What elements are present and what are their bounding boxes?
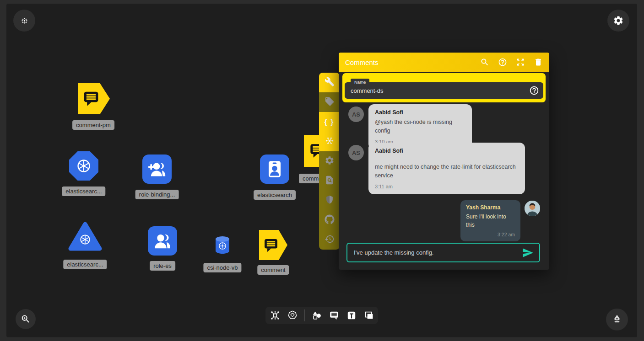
node-elasticsearch-deployment[interactable] [68,221,103,251]
hub-icon [325,136,335,148]
name-input[interactable] [345,82,543,99]
message-time: 3:22 am [466,232,515,237]
message-author: Yash Sharma [466,204,515,211]
node-label[interactable]: role-es [150,261,175,271]
name-field: Name [345,82,543,99]
node-label[interactable]: elasticsearch [254,190,296,200]
person-add-icon [147,159,167,179]
service-account-badge-icon [264,159,285,180]
history-icon [325,234,335,246]
panel-icon[interactable] [363,310,374,321]
security-tool[interactable] [319,191,340,210]
kubernetes-icon[interactable] [287,310,298,321]
history-tool[interactable] [319,230,340,250]
node-label[interactable]: comment-pm [72,120,114,130]
delete-icon[interactable] [534,58,543,67]
node-role-binding[interactable] [142,155,172,184]
avatar-photo [525,201,540,216]
wrench-icon [325,77,335,89]
doc-search-icon [325,175,335,187]
zoom-in-icon [21,314,31,324]
node-action-toolbar: { } [319,73,340,250]
comments-panel-header[interactable]: Comments [339,53,549,72]
comment-bubble-icon [262,236,280,254]
braces-icon: { } [325,118,335,126]
shape-palette-toolbar [265,307,378,324]
message-text: @yash the csi-node is missing config [375,118,465,135]
message-time: 3:11 am [375,184,519,189]
person-group-icon [152,231,173,251]
message-author: Aabid Sofi [375,148,519,154]
flake-icon [21,17,28,25]
app-window: comment-pm elasticsearc... role-binding.… [0,0,644,341]
pen-tool-button[interactable] [606,309,628,330]
tags-icon [325,96,335,108]
toolbar-divider [304,309,305,321]
node-elasticsearch-serviceaccount[interactable] [260,155,289,184]
search-icon[interactable] [480,58,489,67]
help-icon[interactable] [498,58,507,67]
message-text: me might need to change the rate-limit f… [375,163,519,180]
node-role-es[interactable] [148,226,177,256]
avatar: AS [348,107,364,122]
node-label[interactable]: elasticsearc... [63,260,107,269]
node-label[interactable]: comment [257,265,289,275]
node-csi-node-vb[interactable] [215,236,230,254]
chat-input[interactable] [347,249,522,256]
mesh-tool[interactable] [319,132,340,151]
message-text: Sure I'll look into this [466,213,515,229]
github-tool[interactable] [319,210,340,230]
name-help-icon[interactable] [529,85,539,96]
kubernetes-wheel-icon [76,158,92,174]
message-author: Aabid Sofi [375,109,465,116]
node-label[interactable]: role-binding... [135,190,179,199]
comments-panel: Comments Name AS Aabid Sofi @yash the cs… [339,53,549,270]
gear-icon [325,155,335,167]
text-icon[interactable] [346,310,357,321]
comment-bubble-icon [81,89,101,108]
panel-title: Comments [345,59,471,66]
avatar: AS [348,145,364,160]
gear-icon [613,15,624,26]
labels-tool[interactable] [319,92,340,112]
node-label[interactable]: elasticsearc... [62,186,105,196]
inspect-tool[interactable] [319,171,340,191]
settings-button[interactable] [607,10,629,32]
fullscreen-icon[interactable] [516,58,525,67]
name-field-highlight: Name [342,73,546,102]
node-elasticsearch-pod[interactable] [69,151,98,181]
json-tool[interactable]: { } [319,112,340,132]
app-menu-button[interactable] [13,10,35,32]
shield-icon [325,195,335,207]
github-icon [325,214,335,226]
settings-tool[interactable] [319,151,340,171]
graph-icon[interactable] [270,310,281,321]
configure-tool[interactable] [319,73,340,92]
comment-message[interactable]: Aabid Sofi me might need to change the r… [368,143,525,194]
node-label[interactable]: csi-node-vb [203,263,241,272]
shapes-icon[interactable] [311,310,322,321]
chat-input-box [346,243,540,262]
comment-icon[interactable] [329,310,340,321]
zoom-in-button[interactable] [16,309,36,329]
pen-icon [612,314,622,325]
comment-message[interactable]: Yash Sharma Sure I'll look into this 3:2… [460,200,520,241]
send-icon[interactable] [522,247,534,259]
